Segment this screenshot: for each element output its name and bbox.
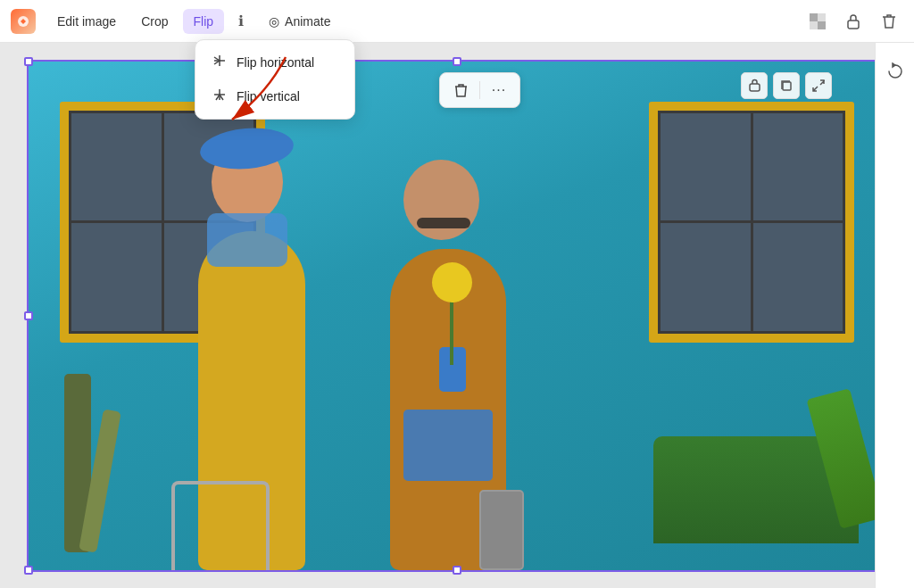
edit-image-button[interactable]: Edit image: [46, 9, 127, 34]
flip-horizontal-icon: [212, 53, 228, 72]
svg-rect-8: [783, 82, 791, 90]
main-toolbar: Edit image Crop Flip ℹ ◎ Animate: [0, 0, 914, 43]
image-more-button[interactable]: ···: [486, 77, 512, 104]
crop-button[interactable]: Crop: [130, 9, 179, 34]
flip-vertical-item[interactable]: Flip vertical: [201, 79, 349, 113]
flip-button[interactable]: Flip: [183, 9, 225, 34]
canvas-area: ···: [0, 43, 914, 588]
flip-horizontal-label: Flip horizontal: [237, 55, 314, 70]
lock-button[interactable]: [839, 7, 868, 36]
more-icon: ···: [492, 82, 506, 98]
main-image: [29, 62, 885, 570]
checkerboard-button[interactable]: [803, 7, 832, 36]
svg-rect-1: [810, 13, 818, 21]
sunglasses: [417, 218, 470, 228]
animate-button[interactable]: ◎ Animate: [258, 9, 341, 34]
edit-image-label: Edit image: [57, 14, 116, 29]
svg-rect-4: [818, 21, 826, 29]
crop-label: Crop: [141, 14, 168, 29]
resize-handle-tm[interactable]: [453, 57, 461, 66]
info-icon: ℹ: [238, 12, 244, 29]
info-button[interactable]: ℹ: [228, 7, 254, 35]
person-woman: [180, 142, 332, 570]
delete-button[interactable]: [875, 7, 903, 36]
svg-rect-3: [810, 21, 818, 29]
toolbar-left: Edit image Crop Flip ℹ ◎ Animate: [11, 7, 803, 35]
image-expand-button[interactable]: [805, 72, 832, 99]
flip-vertical-label: Flip vertical: [237, 89, 300, 104]
rotate-tool-button[interactable]: [879, 55, 911, 87]
window-right-frame: [649, 102, 854, 343]
resize-handle-bm[interactable]: [453, 566, 461, 575]
image-delete-button[interactable]: [447, 77, 474, 104]
flip-label: Flip: [194, 14, 214, 29]
resize-handle-bl[interactable]: [24, 566, 33, 575]
toolbar-right: [803, 7, 903, 36]
flip-dropdown: Flip horizontal Flip vertical: [195, 39, 355, 120]
animate-icon: ◎: [269, 14, 279, 29]
resize-handle-ml[interactable]: [24, 311, 33, 320]
right-side-panel: [875, 43, 914, 588]
flip-vertical-icon: [212, 87, 228, 106]
svg-rect-2: [818, 13, 826, 21]
animate-label: Animate: [285, 14, 330, 29]
image-container[interactable]: ···: [27, 60, 887, 572]
flip-horizontal-item[interactable]: Flip horizontal: [201, 46, 349, 79]
resize-handle-tl[interactable]: [24, 57, 33, 66]
svg-rect-7: [750, 84, 760, 91]
svg-rect-5: [848, 21, 859, 29]
top-right-panel: [741, 72, 832, 99]
app-logo: [11, 9, 36, 34]
image-floating-toolbar: ···: [439, 72, 520, 108]
image-duplicate-button[interactable]: [773, 72, 800, 99]
image-lock-button[interactable]: [741, 72, 768, 99]
toolbar-divider: [479, 81, 480, 99]
window-right: [658, 111, 845, 334]
